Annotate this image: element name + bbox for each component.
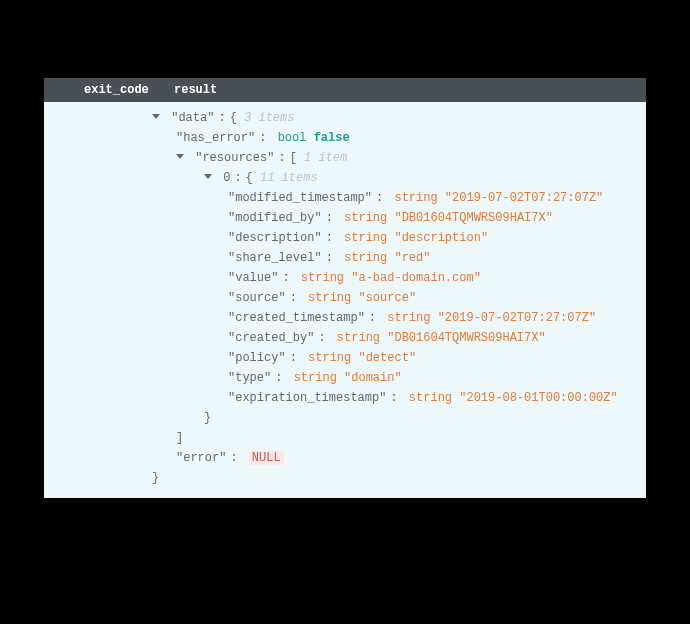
key-error: error	[176, 451, 226, 465]
caret-down-icon	[152, 114, 160, 119]
node-policy: policy: string detect	[56, 348, 634, 368]
node-value: value: string a-bad-domain.com	[56, 268, 634, 288]
close-resources: ]	[56, 428, 634, 448]
value-error-null: NULL	[249, 451, 284, 465]
node-expiration-timestamp: expiration_timestamp: string 2019-08-01T…	[56, 388, 634, 408]
json-tree: data:{ 3 items has_error: bool false res…	[44, 102, 646, 498]
header-exit-code: exit_code	[84, 83, 174, 97]
key-has-error: has_error	[176, 131, 255, 145]
key-data: data	[171, 111, 214, 125]
caret-down-icon	[204, 174, 212, 179]
node-source: source: string source	[56, 288, 634, 308]
node-type: type: string domain	[56, 368, 634, 388]
node-share-level: share_level: string red	[56, 248, 634, 268]
count-data: 3 items	[244, 111, 294, 125]
count-item-0: 11 items	[260, 171, 318, 185]
node-has-error: has_error: bool false	[56, 128, 634, 148]
node-item-0[interactable]: 0:{ 11 items	[56, 168, 634, 188]
header-result: result	[174, 83, 217, 97]
result-panel: exit_code result data:{ 3 items has_erro…	[44, 78, 646, 498]
close-item-0: }	[56, 408, 634, 428]
result-header: exit_code result	[44, 78, 646, 102]
close-data: }	[56, 468, 634, 488]
node-resources[interactable]: resources:[ 1 item	[56, 148, 634, 168]
node-created-by: created_by: string DB01604TQMWRS09HAI7X	[56, 328, 634, 348]
type-bool: bool	[278, 131, 307, 145]
node-description: description: string description	[56, 228, 634, 248]
count-resources: 1 item	[304, 151, 347, 165]
value-has-error: false	[314, 131, 350, 145]
node-modified-timestamp: modified_timestamp: string 2019-07-02T07…	[56, 188, 634, 208]
node-created-timestamp: created_timestamp: string 2019-07-02T07:…	[56, 308, 634, 328]
key-resources: resources	[195, 151, 274, 165]
node-error: error: NULL	[56, 448, 634, 468]
caret-down-icon	[176, 154, 184, 159]
node-data[interactable]: data:{ 3 items	[56, 108, 634, 128]
node-modified-by: modified_by: string DB01604TQMWRS09HAI7X	[56, 208, 634, 228]
